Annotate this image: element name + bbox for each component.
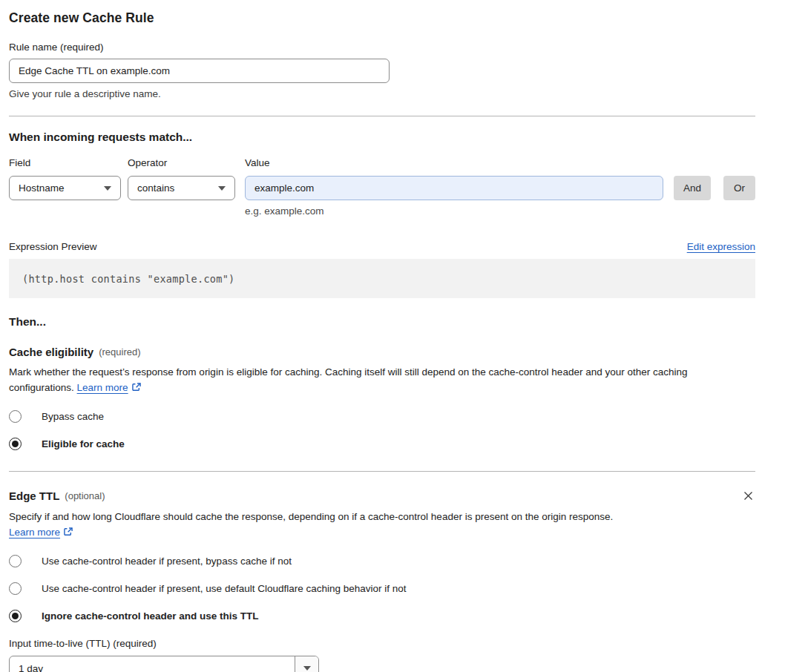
- edge-ttl-heading-row: Edge TTL (optional): [9, 489, 755, 503]
- section-divider: [9, 471, 755, 472]
- page-title: Create new Cache Rule: [9, 10, 755, 26]
- learn-more-link[interactable]: Learn more: [77, 382, 128, 393]
- chevron-down-icon: [104, 186, 111, 191]
- match-labels-row: Field Operator Value: [9, 157, 755, 168]
- match-controls-row: Hostname contains And Or: [9, 176, 755, 200]
- field-select[interactable]: Hostname: [9, 176, 121, 200]
- value-input[interactable]: [245, 176, 663, 200]
- operator-select[interactable]: contains: [128, 176, 235, 200]
- cache-eligibility-title: Cache eligibility: [9, 346, 93, 358]
- close-icon: [743, 490, 754, 501]
- learn-more-link[interactable]: Learn more: [9, 527, 60, 538]
- edge-ttl-description: Specify if and how long Cloudflare shoul…: [9, 509, 636, 540]
- field-select-value: Hostname: [19, 182, 65, 194]
- or-button[interactable]: Or: [723, 176, 755, 200]
- ttl-label: Input time-to-live (TTL) (required): [9, 638, 755, 649]
- radio-selected-icon: [9, 438, 22, 450]
- rule-name-helper: Give your rule a descriptive name.: [9, 88, 755, 99]
- expression-preview-box: (http.host contains "example.com"): [9, 259, 755, 298]
- radio-bypass-cache[interactable]: Bypass cache: [9, 410, 755, 423]
- radio-label: Bypass cache: [42, 411, 104, 422]
- cache-eligibility-description: Mark whether the request’s response from…: [9, 364, 755, 395]
- edit-expression-link[interactable]: Edit expression: [687, 241, 755, 252]
- radio-use-header-bypass[interactable]: Use cache-control header if present, byp…: [9, 555, 755, 567]
- learn-more-label: Learn more: [9, 527, 60, 538]
- section-divider: [9, 116, 755, 116]
- expression-code: (http.host contains "example.com"): [22, 273, 235, 285]
- rule-name-section: Rule name (required) Give your rule a de…: [9, 42, 755, 99]
- create-cache-rule-form: Create new Cache Rule Rule name (require…: [0, 0, 770, 672]
- expression-preview-row: Expression Preview Edit expression: [9, 241, 755, 252]
- radio-selected-icon: [9, 610, 22, 622]
- close-edge-ttl-button[interactable]: [741, 489, 755, 503]
- expression-preview-label: Expression Preview: [9, 241, 97, 252]
- radio-icon: [9, 410, 22, 423]
- ttl-select-value: 1 day: [10, 656, 295, 672]
- value-helper: e.g. example.com: [245, 205, 755, 217]
- learn-more-label: Learn more: [77, 382, 128, 393]
- radio-label: Use cache-control header if present, use…: [42, 583, 407, 594]
- cache-eligibility-qualifier: (required): [99, 346, 140, 358]
- and-button[interactable]: And: [674, 176, 711, 200]
- ttl-select-arrow[interactable]: [295, 656, 318, 672]
- radio-label: Ignore cache-control header and use this…: [42, 610, 259, 622]
- edge-ttl-qualifier: (optional): [65, 490, 105, 501]
- chevron-down-icon: [218, 186, 226, 191]
- radio-eligible-for-cache[interactable]: Eligible for cache: [9, 438, 755, 450]
- operator-select-value: contains: [137, 182, 174, 194]
- chevron-down-icon: [303, 666, 311, 671]
- ttl-select[interactable]: 1 day: [9, 656, 319, 672]
- radio-icon: [9, 582, 22, 595]
- operator-label: Operator: [128, 157, 245, 168]
- external-link-icon: [63, 527, 73, 537]
- edge-ttl-title: Edge TTL: [9, 490, 59, 502]
- external-link-icon: [131, 382, 142, 392]
- rule-name-input[interactable]: [9, 59, 390, 83]
- value-label: Value: [245, 157, 270, 168]
- then-heading: Then...: [9, 315, 755, 329]
- edge-ttl-description-text: Specify if and how long Cloudflare shoul…: [9, 511, 613, 522]
- field-label: Field: [9, 157, 128, 168]
- radio-label: Eligible for cache: [42, 438, 125, 449]
- radio-ignore-header-use-ttl[interactable]: Ignore cache-control header and use this…: [9, 610, 755, 622]
- radio-use-header-default[interactable]: Use cache-control header if present, use…: [9, 582, 755, 595]
- cache-eligibility-heading-row: Cache eligibility (required): [9, 346, 755, 358]
- rule-name-label: Rule name (required): [9, 42, 755, 53]
- match-heading: When incoming requests match...: [9, 131, 755, 144]
- radio-icon: [9, 555, 22, 567]
- radio-label: Use cache-control header if present, byp…: [42, 556, 292, 567]
